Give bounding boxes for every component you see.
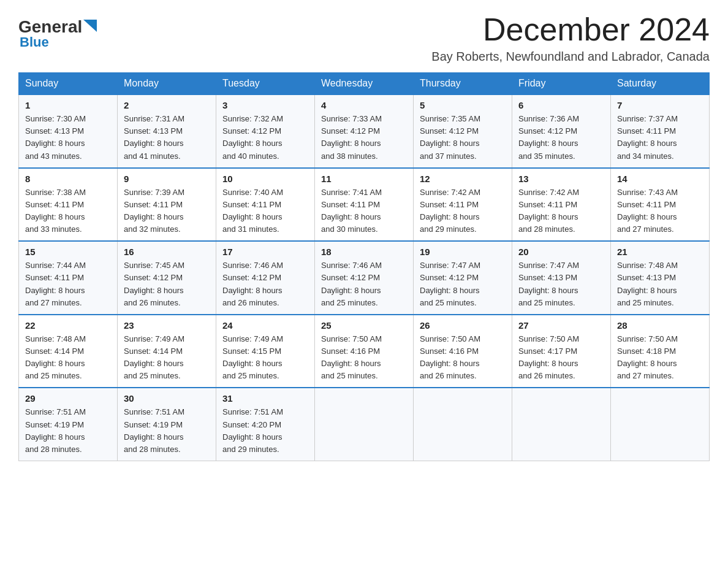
col-header-friday: Friday: [512, 73, 611, 95]
day-number: 13: [518, 174, 604, 184]
day-number: 19: [420, 247, 506, 257]
day-info: Sunrise: 7:36 AMSunset: 4:12 PMDaylight:…: [518, 113, 604, 163]
calendar-cell: 5Sunrise: 7:35 AMSunset: 4:12 PMDaylight…: [414, 94, 512, 168]
calendar-cell: 16Sunrise: 7:45 AMSunset: 4:12 PMDayligh…: [118, 241, 216, 315]
day-number: 3: [222, 100, 308, 110]
day-info: Sunrise: 7:38 AMSunset: 4:11 PMDaylight:…: [25, 186, 111, 236]
day-number: 29: [25, 393, 111, 404]
calendar-cell: 7Sunrise: 7:37 AMSunset: 4:11 PMDaylight…: [611, 94, 710, 168]
day-info: Sunrise: 7:41 AMSunset: 4:11 PMDaylight:…: [321, 186, 407, 236]
calendar-cell: 13Sunrise: 7:42 AMSunset: 4:11 PMDayligh…: [512, 168, 611, 242]
day-number: 14: [617, 174, 703, 184]
day-number: 21: [617, 247, 703, 257]
calendar-cell: [315, 388, 414, 461]
day-info: Sunrise: 7:50 AMSunset: 4:16 PMDaylight:…: [420, 333, 506, 383]
day-info: Sunrise: 7:50 AMSunset: 4:16 PMDaylight:…: [321, 333, 407, 383]
calendar-cell: 30Sunrise: 7:51 AMSunset: 4:19 PMDayligh…: [118, 388, 216, 461]
day-info: Sunrise: 7:46 AMSunset: 4:12 PMDaylight:…: [222, 259, 308, 309]
logo-triangle-icon: [83, 20, 97, 32]
day-number: 25: [321, 320, 407, 331]
day-number: 9: [124, 174, 210, 184]
calendar-cell: 11Sunrise: 7:41 AMSunset: 4:11 PMDayligh…: [315, 168, 414, 242]
calendar-week-row: 1Sunrise: 7:30 AMSunset: 4:13 PMDaylight…: [19, 94, 710, 168]
day-info: Sunrise: 7:50 AMSunset: 4:17 PMDaylight:…: [518, 333, 604, 383]
calendar-cell: 18Sunrise: 7:46 AMSunset: 4:12 PMDayligh…: [315, 241, 414, 315]
day-info: Sunrise: 7:51 AMSunset: 4:19 PMDaylight:…: [25, 406, 111, 456]
day-number: 30: [124, 393, 210, 404]
calendar-cell: 17Sunrise: 7:46 AMSunset: 4:12 PMDayligh…: [216, 241, 315, 315]
day-number: 4: [321, 100, 407, 110]
calendar-week-row: 22Sunrise: 7:48 AMSunset: 4:14 PMDayligh…: [19, 315, 710, 388]
day-number: 18: [321, 247, 407, 257]
day-number: 6: [518, 100, 604, 110]
day-number: 20: [518, 247, 604, 257]
calendar-cell: [414, 388, 512, 461]
day-number: 17: [222, 247, 308, 257]
calendar-cell: 31Sunrise: 7:51 AMSunset: 4:20 PMDayligh…: [216, 388, 315, 461]
calendar-cell: 6Sunrise: 7:36 AMSunset: 4:12 PMDaylight…: [512, 94, 611, 168]
day-info: Sunrise: 7:35 AMSunset: 4:12 PMDaylight:…: [420, 113, 506, 163]
day-number: 28: [617, 320, 703, 331]
day-info: Sunrise: 7:48 AMSunset: 4:13 PMDaylight:…: [617, 259, 703, 309]
col-header-saturday: Saturday: [611, 73, 710, 95]
calendar-cell: 28Sunrise: 7:50 AMSunset: 4:18 PMDayligh…: [611, 315, 710, 388]
logo-blue: Blue: [20, 34, 49, 50]
day-info: Sunrise: 7:51 AMSunset: 4:20 PMDaylight:…: [222, 406, 308, 456]
calendar-cell: 21Sunrise: 7:48 AMSunset: 4:13 PMDayligh…: [611, 241, 710, 315]
day-number: 16: [124, 247, 210, 257]
col-header-thursday: Thursday: [414, 73, 512, 95]
month-title: December 2024: [431, 12, 710, 47]
calendar-cell: 29Sunrise: 7:51 AMSunset: 4:19 PMDayligh…: [19, 388, 118, 461]
day-info: Sunrise: 7:42 AMSunset: 4:11 PMDaylight:…: [420, 186, 506, 236]
title-block: December 2024 Bay Roberts, Newfoundland …: [431, 12, 710, 64]
col-header-monday: Monday: [118, 73, 216, 95]
day-number: 1: [25, 100, 111, 110]
day-info: Sunrise: 7:30 AMSunset: 4:13 PMDaylight:…: [25, 113, 111, 163]
calendar-table: SundayMondayTuesdayWednesdayThursdayFrid…: [18, 72, 710, 461]
day-info: Sunrise: 7:31 AMSunset: 4:13 PMDaylight:…: [124, 113, 210, 163]
svg-marker-0: [83, 20, 97, 32]
calendar-cell: 20Sunrise: 7:47 AMSunset: 4:13 PMDayligh…: [512, 241, 611, 315]
day-number: 2: [124, 100, 210, 110]
col-header-sunday: Sunday: [19, 73, 118, 95]
calendar-week-row: 29Sunrise: 7:51 AMSunset: 4:19 PMDayligh…: [19, 388, 710, 461]
logo-general: General: [18, 18, 82, 36]
day-info: Sunrise: 7:32 AMSunset: 4:12 PMDaylight:…: [222, 113, 308, 163]
calendar-cell: 14Sunrise: 7:43 AMSunset: 4:11 PMDayligh…: [611, 168, 710, 242]
day-number: 5: [420, 100, 506, 110]
day-number: 11: [321, 174, 407, 184]
calendar-cell: 15Sunrise: 7:44 AMSunset: 4:11 PMDayligh…: [19, 241, 118, 315]
day-number: 22: [25, 320, 111, 331]
day-info: Sunrise: 7:48 AMSunset: 4:14 PMDaylight:…: [25, 333, 111, 383]
calendar-cell: 25Sunrise: 7:50 AMSunset: 4:16 PMDayligh…: [315, 315, 414, 388]
day-number: 15: [25, 247, 111, 257]
day-info: Sunrise: 7:49 AMSunset: 4:15 PMDaylight:…: [222, 333, 308, 383]
day-number: 8: [25, 174, 111, 184]
day-number: 7: [617, 100, 703, 110]
day-info: Sunrise: 7:49 AMSunset: 4:14 PMDaylight:…: [124, 333, 210, 383]
day-number: 24: [222, 320, 308, 331]
calendar-cell: 23Sunrise: 7:49 AMSunset: 4:14 PMDayligh…: [118, 315, 216, 388]
calendar-cell: [512, 388, 611, 461]
calendar-cell: 8Sunrise: 7:38 AMSunset: 4:11 PMDaylight…: [19, 168, 118, 242]
calendar-cell: 27Sunrise: 7:50 AMSunset: 4:17 PMDayligh…: [512, 315, 611, 388]
day-info: Sunrise: 7:37 AMSunset: 4:11 PMDaylight:…: [617, 113, 703, 163]
calendar-cell: [611, 388, 710, 461]
day-info: Sunrise: 7:51 AMSunset: 4:19 PMDaylight:…: [124, 406, 210, 456]
day-number: 23: [124, 320, 210, 331]
calendar-week-row: 15Sunrise: 7:44 AMSunset: 4:11 PMDayligh…: [19, 241, 710, 315]
calendar-cell: 4Sunrise: 7:33 AMSunset: 4:12 PMDaylight…: [315, 94, 414, 168]
calendar-cell: 10Sunrise: 7:40 AMSunset: 4:11 PMDayligh…: [216, 168, 315, 242]
day-info: Sunrise: 7:44 AMSunset: 4:11 PMDaylight:…: [25, 259, 111, 309]
calendar-cell: 12Sunrise: 7:42 AMSunset: 4:11 PMDayligh…: [414, 168, 512, 242]
day-number: 31: [222, 393, 308, 404]
day-number: 27: [518, 320, 604, 331]
calendar-cell: 2Sunrise: 7:31 AMSunset: 4:13 PMDaylight…: [118, 94, 216, 168]
calendar-cell: 9Sunrise: 7:39 AMSunset: 4:11 PMDaylight…: [118, 168, 216, 242]
day-number: 10: [222, 174, 308, 184]
col-header-wednesday: Wednesday: [315, 73, 414, 95]
logo: General Blue: [18, 18, 97, 50]
day-info: Sunrise: 7:39 AMSunset: 4:11 PMDaylight:…: [124, 186, 210, 236]
calendar-week-row: 8Sunrise: 7:38 AMSunset: 4:11 PMDaylight…: [19, 168, 710, 242]
calendar-cell: 1Sunrise: 7:30 AMSunset: 4:13 PMDaylight…: [19, 94, 118, 168]
